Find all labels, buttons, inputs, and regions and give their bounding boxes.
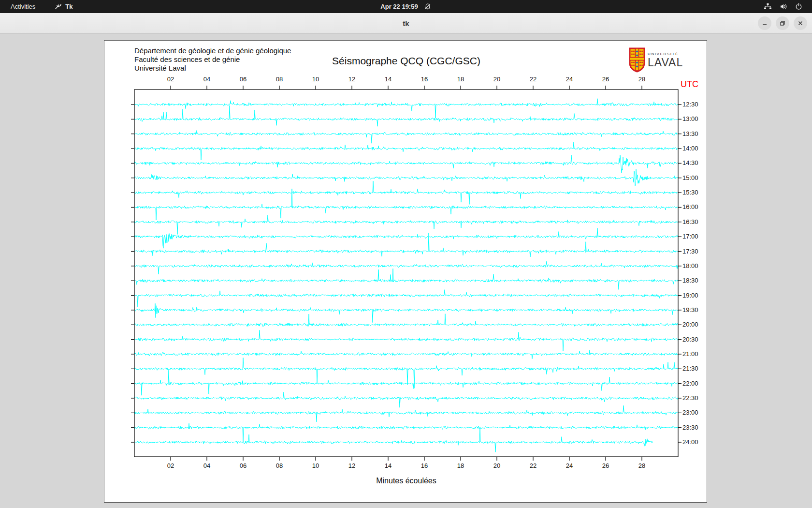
x-tick-label-top: 02 bbox=[163, 75, 178, 83]
x-tick-label-bottom: 22 bbox=[526, 462, 540, 469]
system-status-area[interactable] bbox=[764, 3, 812, 10]
seismogram-trace-17:00 bbox=[134, 228, 678, 248]
seismogram-trace-15:00 bbox=[134, 169, 678, 186]
x-tick-label-bottom: 20 bbox=[490, 462, 504, 469]
utc-row-label: 18:30 bbox=[682, 277, 698, 284]
utc-row-label: 19:30 bbox=[682, 306, 698, 314]
x-tick-label-top: 06 bbox=[236, 75, 250, 83]
x-tick-label-bottom: 04 bbox=[200, 462, 214, 469]
activities-button[interactable]: Activities bbox=[8, 2, 38, 11]
close-icon bbox=[797, 20, 804, 27]
x-tick-label-bottom: 10 bbox=[308, 462, 323, 469]
seismogram-trace-14:00 bbox=[134, 142, 678, 160]
x-tick-label-top: 20 bbox=[490, 75, 504, 83]
utc-row-label: 21:30 bbox=[682, 365, 698, 372]
x-tick-label-bottom: 12 bbox=[345, 462, 359, 469]
x-axis-label: Minutes écoulées bbox=[134, 477, 678, 485]
x-tick-label-top: 18 bbox=[453, 75, 468, 83]
window-content: Département de géologie et de génie géol… bbox=[0, 34, 812, 508]
utc-row-label: 13:30 bbox=[682, 130, 698, 137]
x-tick-label-bottom: 16 bbox=[417, 462, 432, 469]
utc-row-label: 22:00 bbox=[682, 380, 698, 387]
utc-row-label: 20:30 bbox=[682, 336, 698, 343]
seismogram-trace-19:30 bbox=[134, 303, 678, 322]
seismogram-trace-16:30 bbox=[134, 215, 678, 235]
utc-row-label: 17:00 bbox=[682, 233, 698, 240]
utc-row-label: 12:30 bbox=[682, 101, 698, 108]
volume-icon bbox=[780, 3, 787, 10]
network-wired-icon bbox=[764, 3, 772, 10]
seismogram-trace-23:30 bbox=[134, 423, 678, 442]
x-tick-label-bottom: 18 bbox=[453, 462, 468, 469]
utc-row-label: 14:30 bbox=[682, 159, 698, 166]
utc-row-label: 15:00 bbox=[682, 174, 698, 181]
seismogram-trace-13:30 bbox=[134, 131, 678, 144]
minimize-button[interactable] bbox=[758, 16, 771, 30]
x-tick-label-top: 08 bbox=[272, 75, 287, 83]
seismogram-trace-14:30 bbox=[134, 155, 678, 173]
utc-row-label: 17:30 bbox=[682, 248, 698, 255]
x-tick-label-bottom: 24 bbox=[562, 462, 577, 469]
x-tick-label-top: 10 bbox=[308, 75, 323, 83]
seismogram-trace-13:00 bbox=[134, 105, 678, 126]
seismogram-trace-15:30 bbox=[134, 181, 678, 204]
tk-app-icon bbox=[55, 3, 62, 10]
utc-row-label: 22:30 bbox=[682, 394, 698, 402]
seismogram-trace-12:30 bbox=[134, 99, 678, 119]
x-tick-label-bottom: 08 bbox=[272, 462, 287, 469]
utc-row-label: 18:00 bbox=[682, 262, 698, 269]
window-title: tk bbox=[0, 19, 812, 28]
focused-app-name: Tk bbox=[65, 3, 72, 10]
seismogram-trace-21:00 bbox=[134, 350, 678, 359]
minimize-icon bbox=[761, 20, 768, 27]
focused-app-menu[interactable]: Tk bbox=[55, 3, 72, 10]
close-button[interactable] bbox=[794, 16, 807, 30]
x-tick-label-bottom: 14 bbox=[381, 462, 395, 469]
x-tick-label-top: 26 bbox=[598, 75, 613, 83]
x-tick-label-top: 04 bbox=[200, 75, 214, 83]
window-titlebar[interactable]: tk bbox=[0, 13, 812, 34]
x-tick-label-top: 28 bbox=[635, 75, 649, 83]
seismograph-canvas: Département de géologie et de génie géol… bbox=[104, 40, 707, 503]
x-tick-label-bottom: 28 bbox=[635, 462, 649, 469]
x-tick-label-top: 12 bbox=[345, 75, 359, 83]
restore-button[interactable] bbox=[776, 16, 789, 30]
utc-row-label: 23:00 bbox=[682, 409, 698, 416]
utc-row-label: 20:00 bbox=[682, 321, 698, 328]
x-tick-label-top: 16 bbox=[417, 75, 432, 83]
clock-menu[interactable]: Apr 22 19:59 bbox=[380, 3, 431, 10]
gnome-top-bar: Activities Tk Apr 22 19:59 bbox=[0, 0, 812, 13]
seismogram-trace-18:30 bbox=[134, 269, 678, 289]
x-tick-label-top: 14 bbox=[381, 75, 395, 83]
clock-text: Apr 22 19:59 bbox=[380, 3, 418, 10]
utc-row-label: 21:00 bbox=[682, 350, 698, 358]
x-tick-label-bottom: 26 bbox=[598, 462, 613, 469]
utc-row-label: 24:00 bbox=[682, 438, 698, 446]
seismogram-trace-24:00 bbox=[134, 427, 652, 452]
x-tick-label-bottom: 02 bbox=[163, 462, 178, 469]
notifications-disabled-icon bbox=[424, 3, 432, 10]
utc-row-label: 19:00 bbox=[682, 292, 698, 299]
power-icon bbox=[795, 3, 802, 10]
x-tick-label-bottom: 06 bbox=[236, 462, 250, 469]
x-tick-label-top: 22 bbox=[526, 75, 540, 83]
seismogram-trace-20:30 bbox=[134, 330, 678, 351]
x-tick-label-top: 24 bbox=[562, 75, 577, 83]
seismograph-plot bbox=[104, 41, 708, 503]
utc-row-label: 16:00 bbox=[682, 203, 698, 210]
seismogram-trace-22:30 bbox=[134, 392, 678, 407]
utc-row-label: 15:30 bbox=[682, 189, 698, 196]
seismogram-trace-20:00 bbox=[134, 314, 678, 327]
restore-icon bbox=[779, 20, 786, 27]
seismogram-trace-16:00 bbox=[134, 189, 678, 220]
utc-row-label: 14:00 bbox=[682, 145, 698, 152]
utc-row-label: 13:00 bbox=[682, 115, 698, 122]
utc-row-label: 16:30 bbox=[682, 218, 698, 225]
utc-row-label: 23:30 bbox=[682, 424, 698, 431]
seismogram-trace-19:00 bbox=[134, 290, 678, 307]
seismogram-trace-18:00 bbox=[134, 261, 678, 274]
seismogram-trace-23:00 bbox=[134, 405, 678, 422]
seismogram-trace-22:00 bbox=[134, 370, 678, 395]
